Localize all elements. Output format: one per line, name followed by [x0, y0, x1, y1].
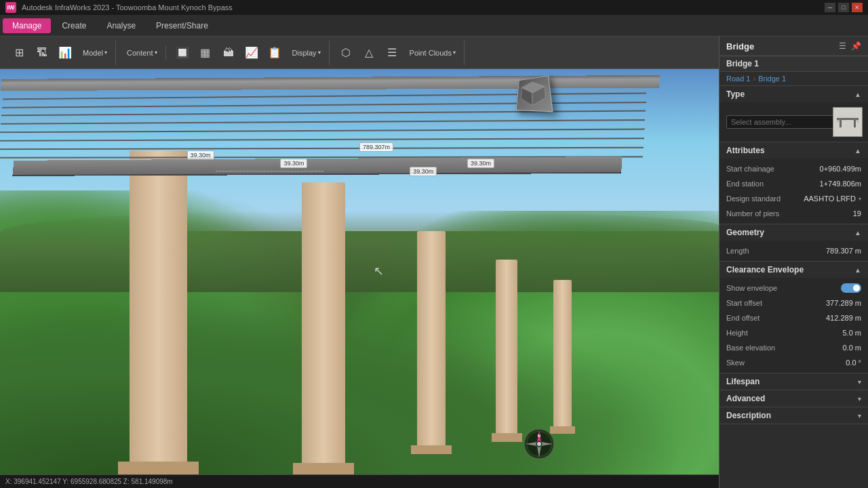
section-advanced-arrow: ▾	[858, 395, 861, 403]
toolbar-model-group: ⊞ 🏗 📊 Model ▾	[5, 41, 116, 65]
section-advanced-header[interactable]: Advanced ▾	[719, 390, 868, 407]
toolbar-pc-btn3[interactable]: ☰	[381, 41, 403, 65]
section-clearance-header[interactable]: Clearance Envelope ▲	[719, 262, 868, 278]
prop-start-offset-label: Start offset	[726, 299, 826, 307]
prop-start-chainage-value: 0+960.499m	[820, 165, 861, 173]
prop-height: Height 5.0 m	[719, 325, 868, 340]
prop-design-standard: Design standard AASHTO LRFD ▾	[719, 191, 868, 206]
toolbar-pointcloud-dropdown[interactable]: Point Clouds ▾	[404, 46, 461, 60]
prop-height-label: Height	[726, 329, 842, 337]
prop-base-elevation-label: Base elevation	[726, 344, 842, 352]
svg-point-10	[537, 442, 541, 446]
cube-3d	[516, 75, 553, 112]
section-geometry-header[interactable]: Geometry ▲	[719, 224, 868, 241]
bridge-pillar-4	[496, 260, 517, 442]
measure-label-3: 789.307m	[359, 142, 393, 152]
bridge-scene: 39.30m 39.30m 789.307m 39.30m 39.30m	[0, 69, 719, 474]
minimize-button[interactable]: ─	[825, 3, 835, 12]
measure-line-2	[216, 171, 323, 171]
3d-viewport[interactable]: 39.30m 39.30m 789.307m 39.30m 39.30m	[0, 69, 719, 474]
panel-content: Type ▲	[719, 86, 868, 488]
toolbar-model-dropdown[interactable]: Model ▾	[77, 46, 113, 60]
titlebar: IW Autodesk InfraWorks 2023 - Toowoomba …	[0, 0, 868, 15]
title-text: Autodesk InfraWorks 2023 - Toowoomba Mou…	[22, 3, 819, 12]
prop-length-value: 789.307 m	[826, 247, 861, 255]
section-type-arrow: ▲	[854, 91, 861, 98]
menu-manage[interactable]: Manage	[3, 18, 51, 33]
breadcrumb-parent[interactable]: Road 1	[726, 75, 750, 83]
section-description-header[interactable]: Description ▾	[719, 407, 868, 424]
prop-start-offset-value: 377.289 m	[826, 299, 861, 307]
section-attributes-arrow: ▲	[854, 147, 861, 155]
toolbar-content-dropdown[interactable]: Content ▾	[121, 46, 163, 60]
section-geometry: Geometry ▲ Length 789.307 m	[719, 224, 868, 262]
show-envelope-toggle[interactable]	[841, 283, 861, 293]
section-lifespan-arrow: ▾	[858, 378, 861, 386]
bridge-pillar-2	[302, 182, 345, 474]
measure-line-1	[130, 159, 216, 159]
section-type: Type ▲	[719, 86, 868, 142]
prop-height-value: 5.0 m	[842, 329, 861, 337]
panel-collapse-btn[interactable]: ☰	[837, 41, 848, 52]
section-type-header[interactable]: Type ▲	[719, 86, 868, 102]
toolbar-btn-table[interactable]: 📊	[54, 41, 76, 65]
prop-end-offset: End offset 412.289 m	[719, 310, 868, 325]
trees-detail	[0, 272, 719, 474]
section-description: Description ▾	[719, 407, 868, 424]
view-cube[interactable]	[515, 76, 556, 117]
maximize-button[interactable]: □	[838, 3, 849, 12]
toolbar-display-btn2[interactable]: ▦	[195, 41, 216, 65]
prop-start-chainage-label: Start chainage	[726, 165, 820, 173]
menu-present-share[interactable]: Present/Share	[146, 18, 218, 33]
prop-end-offset-label: End offset	[726, 314, 826, 322]
panel-title: Bridge	[726, 41, 754, 52]
toolbar-pc-btn1[interactable]: ⬡	[335, 41, 357, 65]
toolbar-display-btn3[interactable]: 🏔	[218, 41, 239, 65]
section-attributes-label: Attributes	[726, 146, 765, 155]
measure-label-5: 39.30m	[467, 159, 494, 168]
prop-end-station-label: End station	[726, 180, 820, 188]
toolbar-btn-grid[interactable]: ⊞	[8, 41, 30, 65]
prop-length-label: Length	[726, 247, 826, 255]
bridge-pillar-1	[130, 150, 187, 474]
prop-end-station: End station 1+749.806m	[719, 176, 868, 191]
prop-skew-label: Skew	[726, 359, 846, 367]
prop-design-standard-value[interactable]: AASHTO LRFD ▾	[804, 195, 861, 203]
toolbar-btn-3d[interactable]: 🏗	[31, 41, 53, 65]
close-button[interactable]: ✕	[852, 3, 863, 12]
toolbar-display-group: 🔲 ▦ 🏔 📈 📋 Display ▾	[169, 41, 330, 65]
section-clearance-body: Show envelope Start offset 377.289 m End…	[719, 278, 868, 373]
section-clearance: Clearance Envelope ▲ Show envelope Start…	[719, 262, 868, 373]
toolbar-content-group: Content ▾	[119, 46, 166, 60]
toolbar-display-btn1[interactable]: 🔲	[172, 41, 193, 65]
prop-base-elevation-value: 0.0 m	[842, 344, 861, 352]
panel-unpin-btn[interactable]: 📌	[850, 41, 861, 52]
prop-skew: Skew 0.0 °	[719, 355, 868, 370]
prop-num-piers: Number of piers 19	[719, 206, 868, 221]
section-lifespan-header[interactable]: Lifespan ▾	[719, 373, 868, 390]
prop-length: Length 789.307 m	[719, 243, 868, 258]
section-attributes-header[interactable]: Attributes ▲	[719, 142, 868, 159]
bridge-name: Bridge 1	[726, 59, 759, 68]
section-clearance-label: Clearance Envelope	[726, 265, 804, 274]
menu-create[interactable]: Create	[52, 18, 96, 33]
compass-rose[interactable]: N	[522, 427, 556, 461]
toolbar-display-btn5[interactable]: 📋	[264, 41, 285, 65]
toolbar-pc-btn2[interactable]: △	[358, 41, 380, 65]
svg-text:N: N	[538, 434, 540, 438]
prop-end-station-value: 1+749.806m	[820, 180, 861, 188]
section-geometry-arrow: ▲	[854, 229, 861, 237]
bridge-pillar-5	[553, 280, 572, 434]
assembly-row	[719, 105, 868, 139]
toolbar-display-btn4[interactable]: 📈	[241, 41, 262, 65]
section-advanced-label: Advanced	[726, 394, 765, 403]
breadcrumb-current[interactable]: Bridge 1	[758, 75, 786, 83]
measure-label-2: 39.30m	[280, 159, 307, 168]
section-type-body	[719, 102, 868, 142]
toolbar-display-dropdown[interactable]: Display ▾	[287, 46, 326, 60]
prop-start-offset: Start offset 377.289 m	[719, 296, 868, 310]
properties-panel: Bridge ☰ 📌 Bridge 1 Road 1 › Bridge 1 Ty…	[719, 37, 868, 488]
prop-show-envelope-label: Show envelope	[726, 284, 841, 292]
section-geometry-label: Geometry	[726, 228, 764, 237]
menu-analyse[interactable]: Analyse	[97, 18, 145, 33]
